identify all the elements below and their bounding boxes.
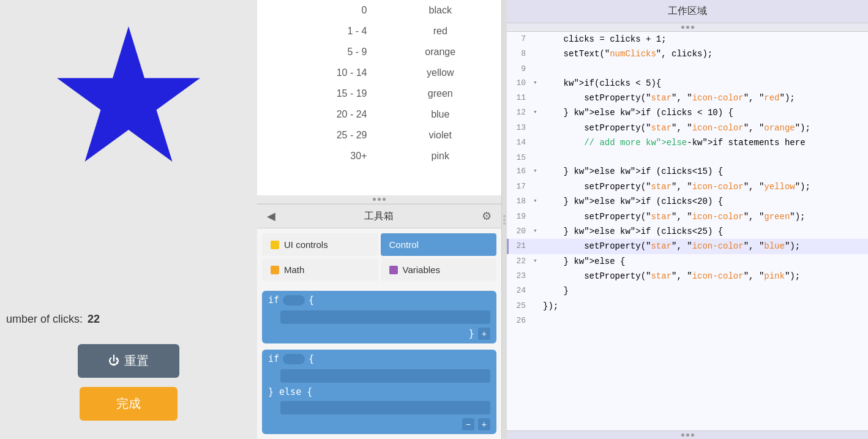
line-arrow	[533, 209, 543, 211]
left-panel: umber of clicks: 22 ⏻ 重置 完成	[0, 0, 257, 439]
code-line: 24 }	[507, 283, 868, 298]
color-cell: green	[380, 83, 502, 104]
color-cell: blue	[380, 104, 502, 125]
category-ui-controls[interactable]: UI controls	[262, 233, 378, 256]
line-content: } kw">else kw">if (clicks<15) {	[543, 164, 868, 179]
line-arrow	[533, 121, 543, 122]
line-number: 18	[509, 194, 533, 208]
line-content: }	[543, 283, 868, 298]
if-brace-close: }	[469, 328, 474, 339]
table-row: 25 - 29violet	[257, 125, 501, 146]
if-else-block[interactable]: if { } else { − +	[262, 350, 496, 434]
line-number: 17	[509, 179, 533, 193]
range-cell: 10 - 14	[257, 62, 380, 83]
line-content: } kw">else kw">if (clicks<20) {	[543, 194, 868, 209]
line-number: 26	[509, 313, 533, 328]
range-cell: 1 - 4	[257, 21, 380, 42]
panel-divider	[502, 0, 507, 439]
line-number: 23	[509, 269, 533, 283]
line-content: } kw">else kw">if (clicks<25) {	[543, 224, 868, 239]
click-counter: umber of clicks: 22	[0, 313, 257, 326]
if-else-oval[interactable]	[283, 354, 305, 364]
line-number: 11	[509, 91, 533, 105]
line-number: 7	[509, 32, 533, 46]
if-else-if-slot	[280, 369, 490, 383]
if-else-add-button[interactable]: +	[478, 418, 490, 430]
line-arrow: ▾	[533, 254, 543, 267]
line-arrow: ▾	[533, 194, 543, 207]
else-label: } else {	[262, 384, 496, 400]
line-arrow: ▾	[533, 224, 543, 237]
code-line: 26	[507, 313, 868, 328]
line-number: 12	[509, 105, 533, 119]
line-content: kw">if(clicks < 5){	[543, 76, 868, 91]
line-number: 8	[509, 47, 533, 61]
category-ui-controls-label: UI controls	[284, 239, 328, 250]
range-cell: 15 - 19	[257, 83, 380, 104]
line-arrow	[533, 239, 543, 241]
if-oval[interactable]	[283, 295, 305, 306]
line-number: 10	[509, 76, 533, 90]
code-line: 17 setProperty("star", "icon-color", "ye…	[507, 179, 868, 194]
toolbox-categories: UI controls Control Math Variables	[257, 228, 501, 286]
code-line: 11 setProperty("star", "icon-color", "re…	[507, 91, 868, 105]
line-arrow: ▾	[533, 105, 543, 118]
range-cell: 0	[257, 0, 380, 21]
line-content: setProperty("star", "icon-color", "pink"…	[543, 269, 868, 283]
toolbox-blocks: if { } + if { } else {	[257, 286, 501, 439]
line-content: setProperty("star", "icon-color", "blue"…	[543, 239, 868, 253]
svg-marker-0	[57, 26, 200, 162]
if-else-minus-button[interactable]: −	[462, 418, 474, 430]
line-arrow	[533, 91, 543, 92]
line-number: 24	[509, 283, 533, 298]
toolbox-gear-button[interactable]: ⚙	[482, 209, 492, 223]
toolbox-back-button[interactable]: ◀	[267, 209, 275, 223]
line-arrow	[533, 135, 543, 137]
if-keyword: if	[268, 295, 279, 306]
table-area: 0black1 - 4red5 - 9orange10 - 14yellow15…	[257, 0, 501, 195]
line-content: setText("numClicks", clicks);	[543, 47, 868, 61]
code-line: 21 setProperty("star", "icon-color", "bl…	[507, 239, 868, 253]
if-else-keyword: if	[268, 353, 279, 364]
workspace-footer	[507, 430, 868, 439]
workspace-header: 工作区域	[507, 0, 868, 23]
click-counter-label: umber of clicks:	[6, 313, 83, 326]
color-table: 0black1 - 4red5 - 9orange10 - 14yellow15…	[257, 0, 501, 167]
line-arrow: ▾	[533, 164, 543, 177]
line-content: setProperty("star", "icon-color", "green…	[543, 209, 868, 224]
done-button[interactable]: 完成	[80, 387, 178, 421]
line-content: clicks = clicks + 1;	[543, 32, 868, 47]
if-add-button[interactable]: +	[478, 328, 490, 340]
variables-dot	[389, 266, 398, 274]
right-panel: 工作区域 7 clicks = clicks + 1;8 setText("nu…	[507, 0, 868, 439]
code-editor[interactable]: 7 clicks = clicks + 1;8 setText("numClic…	[507, 32, 868, 430]
range-cell: 5 - 9	[257, 42, 380, 62]
category-control[interactable]: Control	[381, 233, 497, 256]
code-line: 23 setProperty("star", "icon-color", "pi…	[507, 269, 868, 283]
done-label: 完成	[116, 397, 141, 410]
reset-button[interactable]: ⏻ 重置	[78, 344, 179, 378]
line-arrow	[533, 47, 543, 48]
line-content: });	[543, 299, 868, 313]
line-content	[543, 151, 868, 152]
if-block-simple[interactable]: if { } +	[262, 291, 496, 343]
ui-controls-dot	[271, 241, 279, 249]
line-arrow	[533, 151, 543, 152]
line-arrow	[533, 179, 543, 181]
line-content: // add more kw">else-kw">if statements h…	[543, 135, 868, 150]
category-math-label: Math	[284, 265, 304, 275]
line-number: 21	[509, 239, 533, 253]
code-line: 20▾ } kw">else kw">if (clicks<25) {	[507, 224, 868, 239]
line-number: 20	[509, 224, 533, 238]
line-arrow	[533, 313, 543, 315]
category-math[interactable]: Math	[262, 258, 378, 281]
code-line: 13 setProperty("star", "icon-color", "or…	[507, 121, 868, 135]
table-row: 30+pink	[257, 146, 501, 167]
line-content: } kw">else kw">if (clicks < 10) {	[543, 105, 868, 120]
category-variables[interactable]: Variables	[381, 258, 497, 281]
table-row: 15 - 19green	[257, 83, 501, 104]
star-icon[interactable]	[49, 18, 208, 178]
color-cell: pink	[380, 146, 502, 167]
if-slot	[280, 310, 490, 324]
line-arrow	[533, 32, 543, 34]
